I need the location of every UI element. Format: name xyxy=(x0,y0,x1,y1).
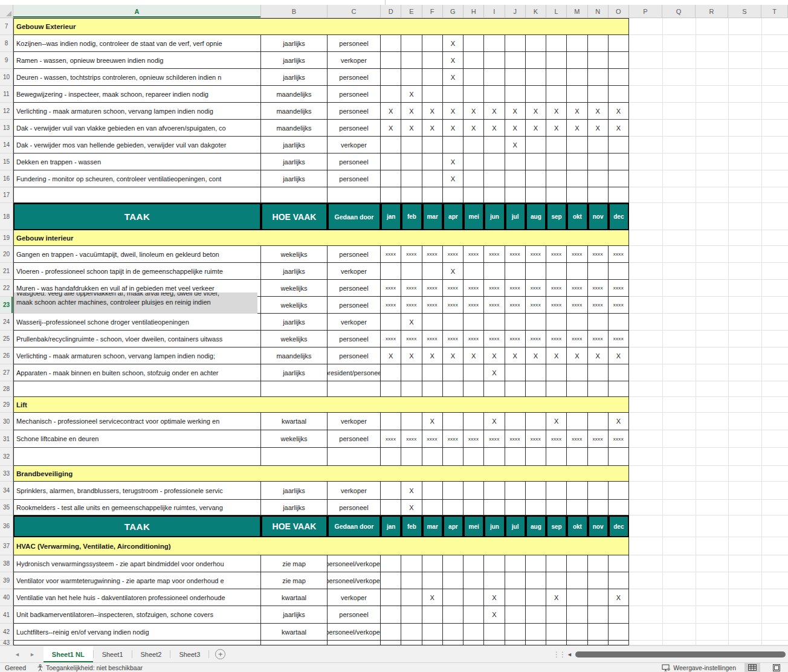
col-header-Q[interactable]: Q xyxy=(662,5,696,18)
cell-G13[interactable]: X xyxy=(443,120,463,137)
cells-P-T-row-29[interactable] xyxy=(629,397,788,413)
cell-M15[interactable] xyxy=(567,153,587,170)
cell-F15[interactable] xyxy=(422,153,443,170)
row-header-33[interactable]: 33 xyxy=(0,466,13,482)
cell-O10[interactable] xyxy=(609,69,629,86)
cell-H34[interactable] xyxy=(463,482,484,500)
cell-H20[interactable]: xxxx xyxy=(463,246,484,263)
cell-O8[interactable] xyxy=(609,35,629,52)
cell-A14[interactable]: Dak - verwijder mos van hellende gebiede… xyxy=(13,137,261,153)
cell-K13[interactable]: X xyxy=(526,120,546,137)
cell-K43[interactable] xyxy=(526,641,546,645)
cell-I30[interactable]: X xyxy=(484,413,505,430)
cell-M23[interactable]: xxxx xyxy=(567,297,587,314)
cell-C35[interactable]: personeel xyxy=(328,500,381,515)
cells-P-T-row-17[interactable] xyxy=(629,187,788,203)
cell-G21[interactable]: X xyxy=(443,263,463,280)
hscroll-left-icon[interactable]: ◄ xyxy=(567,651,572,657)
cell-L39[interactable] xyxy=(546,572,567,589)
cell-C30[interactable]: verkoper xyxy=(328,413,381,430)
cell-J9[interactable] xyxy=(505,52,526,69)
col-header-J[interactable]: J xyxy=(505,5,526,18)
cell-J30[interactable] xyxy=(505,413,526,430)
cell-N42[interactable] xyxy=(588,624,609,641)
cell-F41[interactable] xyxy=(422,606,443,624)
cell-J21[interactable] xyxy=(505,263,526,280)
cell-G30[interactable] xyxy=(443,413,463,430)
cell-C20[interactable]: personeel xyxy=(328,246,381,263)
row-header-40[interactable]: 40 xyxy=(0,589,13,606)
cell-C39[interactable]: personeel/verkoper xyxy=(328,572,381,589)
cell-O23[interactable]: xxxx xyxy=(609,297,629,314)
cell-B10[interactable]: jaarlijks xyxy=(261,69,328,86)
cell-N14[interactable] xyxy=(588,137,609,153)
row-header-9[interactable]: 9 xyxy=(0,52,13,69)
cell-A40[interactable]: Ventilatie van het hele huis - dakventil… xyxy=(13,589,261,606)
cell-L10[interactable] xyxy=(546,69,567,86)
cell-N30[interactable] xyxy=(588,413,609,430)
cell-O35[interactable] xyxy=(609,500,629,515)
cell-K10[interactable] xyxy=(526,69,546,86)
cell-F23[interactable]: xxxx xyxy=(422,297,443,314)
cell-F14[interactable] xyxy=(422,137,443,153)
cell-G40[interactable] xyxy=(443,589,463,606)
cell-K25[interactable]: xxxx xyxy=(526,331,546,347)
cell-O34[interactable] xyxy=(609,482,629,500)
row-header-22[interactable]: 22 xyxy=(0,280,13,297)
cell-I34[interactable] xyxy=(484,482,505,500)
cell-F28[interactable] xyxy=(422,381,443,397)
cell-F9[interactable] xyxy=(422,52,443,69)
cell-N26[interactable]: X xyxy=(588,347,609,364)
cell-J28[interactable] xyxy=(505,381,526,397)
cell-M24[interactable] xyxy=(567,314,587,331)
cell-C21[interactable]: verkoper xyxy=(328,263,381,280)
cell-E40[interactable] xyxy=(401,589,422,606)
tab-scroll-right-icon[interactable]: ► xyxy=(30,651,35,657)
cell-J32[interactable] xyxy=(505,448,526,466)
cell-L25[interactable]: xxxx xyxy=(546,331,567,347)
cell-F32[interactable] xyxy=(422,448,443,466)
cell-N35[interactable] xyxy=(588,500,609,515)
cell-E26[interactable]: X xyxy=(401,347,422,364)
cell-G9[interactable]: X xyxy=(443,52,463,69)
col-header-R[interactable]: R xyxy=(696,5,728,18)
cell-I35[interactable] xyxy=(484,500,505,515)
cell-K38[interactable] xyxy=(526,555,546,572)
row-header-21[interactable]: 21 xyxy=(0,263,13,280)
cell-D32[interactable] xyxy=(381,448,401,466)
sheet-tab-sheet3[interactable]: Sheet3 xyxy=(170,646,208,662)
cell-J26[interactable]: X xyxy=(505,347,526,364)
cell-M20[interactable]: xxxx xyxy=(567,246,587,263)
cell-K21[interactable] xyxy=(526,263,546,280)
cell-F22[interactable]: xxxx xyxy=(422,280,443,297)
cell-D31[interactable]: xxxx xyxy=(381,430,401,448)
cell-O41[interactable] xyxy=(609,606,629,624)
cell-M43[interactable] xyxy=(567,641,587,645)
cell-M25[interactable]: xxxx xyxy=(567,331,587,347)
cell-L23[interactable]: xxxx xyxy=(546,297,567,314)
cell-F27[interactable] xyxy=(422,364,443,381)
cell-G22[interactable]: xxxx xyxy=(443,280,463,297)
cell-E23[interactable]: xxxx xyxy=(401,297,422,314)
cell-M38[interactable] xyxy=(567,555,587,572)
cell-M42[interactable] xyxy=(567,624,587,641)
cell-L35[interactable] xyxy=(546,500,567,515)
cell-J43[interactable] xyxy=(505,641,526,645)
row-header-17[interactable]: 17 xyxy=(0,187,13,203)
cell-K23[interactable]: xxxx xyxy=(526,297,546,314)
cell-L40[interactable]: X xyxy=(546,589,567,606)
cell-H26[interactable]: X xyxy=(463,347,484,364)
cell-I26[interactable]: X xyxy=(484,347,505,364)
row-header-8[interactable]: 8 xyxy=(0,35,13,52)
cell-F38[interactable] xyxy=(422,555,443,572)
sheet-tab-sheet2[interactable]: Sheet2 xyxy=(132,646,170,662)
cell-D10[interactable] xyxy=(381,69,401,86)
cell-A16[interactable]: Fundering - monitor op scheuren, control… xyxy=(13,170,261,187)
cells-P-T-row-42[interactable] xyxy=(629,624,788,641)
cell-F35[interactable] xyxy=(422,500,443,515)
cell-J39[interactable] xyxy=(505,572,526,589)
row-header-13[interactable]: 13 xyxy=(0,120,13,137)
cell-B24[interactable]: jaarlijks xyxy=(261,314,328,331)
cells-P-T-row-19[interactable] xyxy=(629,230,788,246)
cell-M21[interactable] xyxy=(567,263,587,280)
